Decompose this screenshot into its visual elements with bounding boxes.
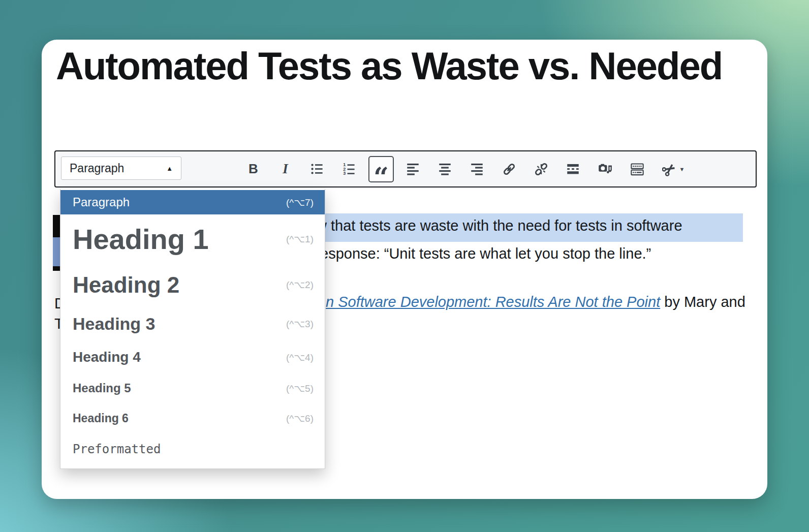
chevron-down-icon: ▼ <box>679 166 685 172</box>
blockquote-button[interactable]: “ <box>368 156 394 182</box>
align-center-icon <box>438 162 452 176</box>
scissors-icon <box>662 162 676 176</box>
format-option-heading-5[interactable]: Heading 5 (^⌥5) <box>60 373 325 403</box>
format-selector-value: Paragraph <box>70 162 124 175</box>
insert-link-button[interactable] <box>493 151 525 186</box>
format-option-heading-4[interactable]: Heading 4 (^⌥4) <box>60 341 325 373</box>
bulleted-list-button[interactable] <box>301 151 333 186</box>
bold-icon: B <box>248 161 258 177</box>
align-center-button[interactable] <box>429 151 461 186</box>
align-left-button[interactable] <box>397 151 429 186</box>
format-option-preformatted[interactable]: Preformatted <box>60 433 325 465</box>
book-link[interactable]: n Software Development: Results Are Not … <box>326 294 660 310</box>
keyboard-icon <box>630 162 644 176</box>
add-media-button[interactable] <box>589 151 621 186</box>
align-left-icon <box>406 162 420 176</box>
italic-icon: I <box>283 161 288 177</box>
format-option-heading-3[interactable]: Heading 3 (^⌥3) <box>60 306 325 341</box>
editor-toolbar: Paragraph ▲ B I <box>54 150 757 187</box>
format-option-heading-2[interactable]: Heading 2 (^⌥2) <box>60 264 325 306</box>
add-media-icon <box>598 162 612 176</box>
read-more-icon <box>566 162 580 176</box>
numbered-list-button[interactable]: 1 2 3 <box>333 151 365 186</box>
unlink-icon <box>534 162 548 176</box>
quote-line-fragment: esponse: “Unit tests are what let you st… <box>320 245 651 262</box>
italic-button[interactable]: I <box>269 151 301 186</box>
editor-window: Automated Tests as Waste vs. Needed w th… <box>42 40 767 499</box>
read-more-button[interactable] <box>557 151 589 186</box>
keyboard-shortcuts-button[interactable] <box>621 151 653 186</box>
chevron-up-icon: ▲ <box>166 165 173 172</box>
link-icon <box>502 162 516 176</box>
format-dropdown-menu: Paragraph (^⌥7) Heading 1 (^⌥1) Heading … <box>60 189 325 469</box>
align-right-icon <box>470 162 484 176</box>
remove-link-button[interactable] <box>525 151 557 186</box>
reference-line: n Software Development: Results Are Not … <box>326 294 745 310</box>
numbered-list-icon: 1 2 3 <box>343 162 356 176</box>
format-option-heading-6[interactable]: Heading 6 (^⌥6) <box>60 403 325 433</box>
svg-text:3: 3 <box>343 171 346 176</box>
bold-button[interactable]: B <box>237 151 269 186</box>
format-selector-button[interactable]: Paragraph ▲ <box>61 157 181 180</box>
bulleted-list-icon <box>310 162 324 176</box>
format-option-paragraph[interactable]: Paragraph (^⌥7) <box>60 190 325 214</box>
toolbar-buttons: B I 1 2 <box>237 151 694 186</box>
scissors-button[interactable]: ▼ <box>653 151 694 186</box>
format-option-heading-1[interactable]: Heading 1 (^⌥1) <box>60 214 325 264</box>
link-suffix: by Mary and <box>660 294 745 310</box>
desktop-gradient-background: Automated Tests as Waste vs. Needed w th… <box>0 0 809 532</box>
align-right-button[interactable] <box>461 151 493 186</box>
selected-text-fragment: w that tests are waste with the need for… <box>316 217 682 234</box>
